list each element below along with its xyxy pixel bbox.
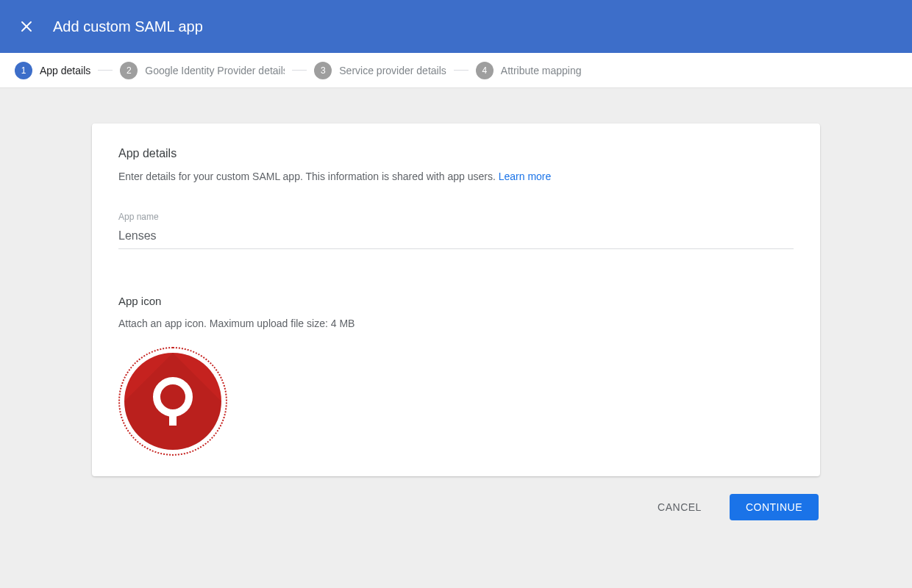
- section-description: Enter details for your custom SAML app. …: [118, 171, 794, 182]
- step-attribute-mapping[interactable]: 4 Attribute mapping: [476, 62, 582, 79]
- step-idp-details[interactable]: 2 Google Identity Provider details: [120, 62, 285, 79]
- app-icon-description: Attach an app icon. Maximum upload file …: [118, 318, 794, 329]
- step-connector: [98, 70, 113, 71]
- action-row: CANCEL CONTINUE: [92, 494, 820, 520]
- continue-button[interactable]: CONTINUE: [730, 494, 819, 520]
- app-icon-preview: [124, 353, 221, 450]
- step-app-details[interactable]: 1 App details: [15, 62, 90, 79]
- app-logo-icon: [153, 377, 193, 426]
- app-name-input[interactable]: [118, 226, 794, 249]
- app-name-label: App name: [118, 212, 794, 222]
- app-details-card: App details Enter details for your custo…: [92, 123, 820, 476]
- step-badge: 2: [120, 62, 138, 79]
- page-title: Add custom SAML app: [53, 18, 203, 35]
- step-badge: 4: [476, 62, 494, 79]
- app-icon-upload[interactable]: [118, 347, 227, 456]
- close-icon[interactable]: [18, 18, 35, 35]
- stepper: 1 App details 2 Google Identity Provider…: [0, 53, 912, 88]
- step-label: App details: [40, 65, 90, 76]
- step-connector: [454, 70, 469, 71]
- section-title: App details: [118, 147, 794, 160]
- step-badge: 1: [15, 62, 32, 79]
- content: App details Enter details for your custo…: [0, 88, 912, 520]
- app-icon-title: App icon: [118, 295, 794, 307]
- step-label: Google Identity Provider details: [145, 65, 285, 76]
- step-connector: [292, 70, 307, 71]
- step-label: Attribute mapping: [501, 65, 582, 76]
- section-desc-text: Enter details for your custom SAML app. …: [118, 171, 499, 182]
- step-badge: 3: [314, 62, 332, 79]
- header-bar: Add custom SAML app: [0, 0, 912, 53]
- cancel-button[interactable]: CANCEL: [641, 494, 718, 520]
- step-sp-details[interactable]: 3 Service provider details: [314, 62, 446, 79]
- learn-more-link[interactable]: Learn more: [499, 171, 552, 182]
- step-label: Service provider details: [339, 65, 446, 76]
